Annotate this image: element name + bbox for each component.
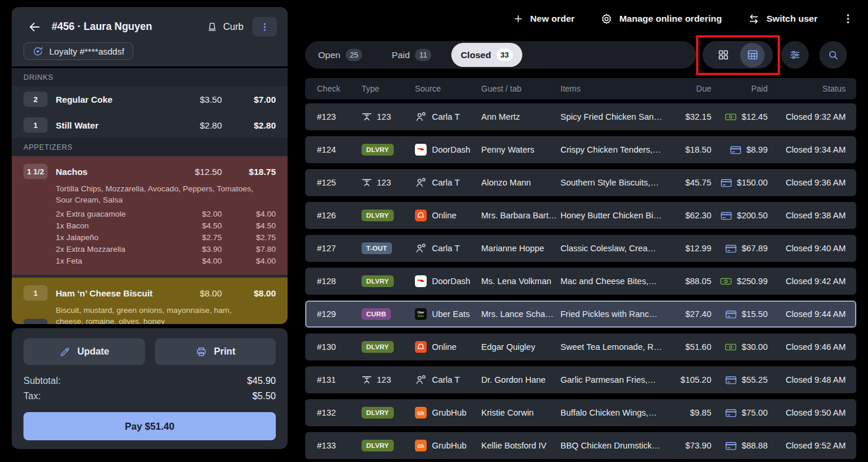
guest-cell: Kristie Corwin	[481, 408, 560, 417]
loyalty-chip[interactable]: Loyalty #****asddsf	[23, 42, 133, 60]
order-type-badge: DLVRY	[362, 210, 394, 221]
svg-text:Gh: Gh	[417, 443, 424, 449]
orders-rows: #123123Carla TAnn MertzSpicy Fried Chick…	[305, 103, 856, 462]
tabs: Open25Paid11Closed33	[309, 43, 522, 67]
status-cell: Closed 9:46 AM	[768, 342, 846, 352]
item-unit-price: $8.00	[171, 288, 222, 298]
status-cell: Closed 9:32 AM	[768, 112, 846, 122]
modifier-label: 1x Jalapeño	[56, 232, 171, 244]
online-icon	[415, 210, 427, 221]
back-button[interactable]	[27, 19, 42, 35]
switch-user-button[interactable]: Switch user	[748, 13, 818, 25]
order-item[interactable]: 1 1/2Nachos$12.50$18.75Tortilla Chips, M…	[12, 156, 288, 275]
due-cell: $88.05	[664, 276, 711, 286]
back-arrow-icon	[28, 21, 41, 33]
table-row[interactable]: #127T-OUTCarla TMarianne HoppeClassic Co…	[305, 235, 856, 262]
paid-cell: $75.00	[711, 407, 768, 419]
order-item[interactable]: 1Ham ‘n’ Cheese Biscuit$8.00$8.00Biscuit…	[12, 278, 288, 324]
update-button[interactable]: Update	[23, 338, 145, 365]
order-menu-button[interactable]	[252, 17, 277, 36]
table-view-button[interactable]	[740, 43, 765, 68]
manage-online-ordering-button[interactable]: Manage online ordering	[600, 13, 722, 25]
tab-paid[interactable]: Paid11	[382, 43, 441, 67]
source-cell: GhGrubHub	[415, 440, 481, 451]
check-cell: #126	[317, 211, 362, 220]
table-row[interactable]: #124DLVRYDoorDashPenny WatersCrispy Chic…	[305, 136, 856, 163]
check-cell: #123	[317, 112, 362, 122]
loyalty-icon	[32, 46, 43, 57]
guest-cell: Ms. Lena Volkman	[481, 276, 560, 286]
item-qty-badge: 1	[23, 117, 48, 133]
modifier-label: 1x Feta	[56, 255, 171, 267]
pay-button[interactable]: Pay $51.40	[23, 412, 276, 440]
table-row[interactable]: #131123Carla TDr. Gordon HaneGarlic Parm…	[305, 366, 856, 393]
item-total-price: $2.80	[222, 120, 276, 130]
type-cell: 123	[362, 177, 415, 188]
grid-view-button[interactable]	[711, 43, 735, 68]
status-cell: Closed 9:44 AM	[768, 309, 846, 319]
table-row[interactable]: #132DLVRYGhGrubHubKristie CorwinBuffalo …	[305, 399, 856, 426]
overflow-menu-button[interactable]	[843, 14, 853, 24]
manage-online-ordering-label: Manage online ordering	[619, 14, 722, 24]
table-view-icon	[747, 49, 759, 61]
check-cell: #133	[317, 441, 362, 450]
tab-count-badge: 11	[415, 49, 431, 61]
check-cell: #130	[317, 342, 362, 352]
table-row[interactable]: #126DLVRYOnlineMrs. Barbara Bart…Honey B…	[305, 202, 856, 229]
order-type-badge: CURB	[362, 308, 391, 320]
type-cell: DLVRY	[362, 275, 415, 287]
orders-table-header: Check Type Source Guest / tab Items Due …	[305, 78, 856, 99]
source-label: GrubHub	[432, 441, 467, 450]
modifier-row: 2x Extra Mozzarella$3.90$7.80	[56, 244, 276, 255]
search-button[interactable]	[819, 41, 847, 69]
print-button[interactable]: Print	[155, 338, 276, 365]
paid-amount: $30.00	[742, 342, 768, 352]
paid-amount: $67.89	[742, 244, 768, 253]
source-label: GrubHub	[432, 408, 467, 417]
item-total-price: $8.00	[222, 288, 276, 298]
status-cell: Closed 9:42 AM	[768, 276, 846, 286]
table-number: 123	[377, 178, 391, 187]
item-qty-badge: 1	[23, 285, 48, 301]
tab-closed[interactable]: Closed33	[451, 43, 522, 67]
modifier-unit-price: $4.50	[171, 220, 222, 232]
pay-label: Pay $51.40	[125, 421, 174, 432]
table-row[interactable]: #123123Carla TAnn MertzSpicy Fried Chick…	[305, 103, 856, 130]
svg-text:Gh: Gh	[417, 410, 424, 416]
modifier-unit-price: $3.90	[171, 244, 222, 255]
filter-button[interactable]	[781, 41, 809, 69]
order-type-badge: DLVRY	[362, 275, 394, 287]
section-header: APPETIZERS	[12, 138, 288, 156]
check-cell: #125	[317, 178, 362, 187]
items-cell: Honey Butter Chicken Bi…	[560, 211, 664, 220]
order-type-badge: T-OUT	[362, 242, 392, 254]
paid-cell: $30.00	[711, 340, 768, 353]
tab-open[interactable]: Open25	[309, 43, 371, 67]
modifier-total-price: $2.75	[222, 232, 276, 244]
source-label: Carla T	[432, 178, 460, 187]
item-modifiers: 2x Extra guacamole$2.00$4.001x Bacon$4.5…	[56, 208, 276, 267]
table-row[interactable]: #128DLVRYDoorDashMs. Lena VolkmanMac and…	[305, 268, 856, 295]
paid-cell: $88.88	[711, 440, 768, 452]
paid-cell: $67.89	[711, 242, 768, 255]
table-row[interactable]: #125123Carla TAlonzo MannSouthern Style …	[305, 169, 856, 196]
paid-amount: $150.00	[737, 178, 768, 187]
order-item[interactable]: 1Still Water$2.80$2.80	[12, 112, 288, 138]
paid-amount: $8.99	[747, 145, 768, 154]
table-row[interactable]: #133DLVRYGhGrubHubKellie Botsford IVBBQ …	[305, 432, 856, 459]
check-cell: #129	[317, 309, 362, 319]
table-row[interactable]: #129CURBUberEatsUber EatsMrs. Lance Scha…	[305, 301, 856, 328]
guest-cell: Alonzo Mann	[481, 178, 560, 187]
check-cell: #132	[317, 408, 362, 417]
status-tabs-bar: Open25Paid11Closed33	[305, 41, 696, 69]
modifier-row: 1x Jalapeño$2.75$2.75	[56, 232, 276, 244]
modifier-unit-price: $2.75	[171, 232, 222, 244]
status-cell: Closed 9:40 AM	[768, 244, 846, 253]
table-row[interactable]: #130DLVRYOnlineEdgar QuigleySweet Tea Le…	[305, 333, 856, 360]
new-order-label: New order	[530, 14, 575, 24]
check-cell: #131	[317, 375, 362, 385]
item-description: Biscuit, mustard, green onions, mayonnai…	[56, 305, 276, 324]
new-order-button[interactable]: New order	[513, 14, 575, 24]
order-item[interactable]: 2Regular Coke$3.50$7.00	[12, 86, 288, 112]
card-icon	[720, 177, 732, 189]
